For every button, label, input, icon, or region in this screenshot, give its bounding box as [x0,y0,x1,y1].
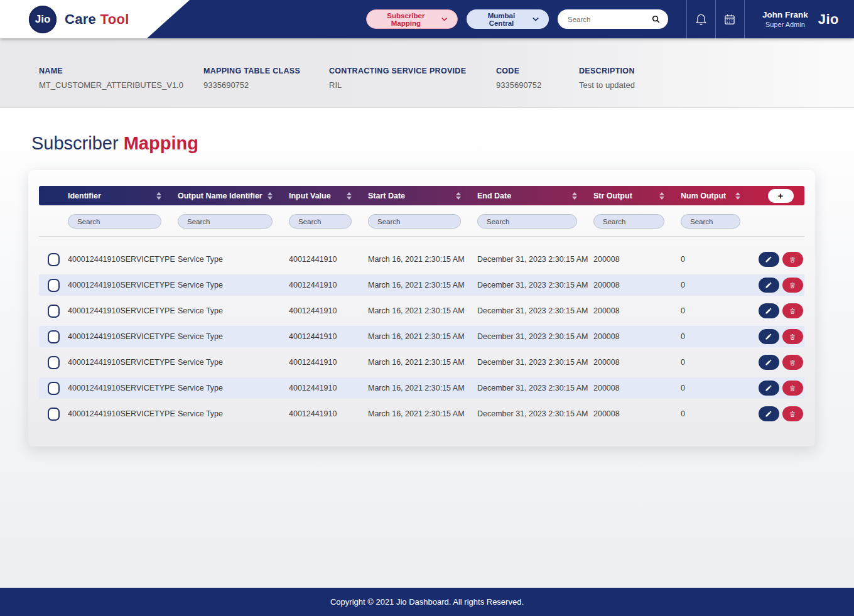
info-item: NAME MT_CUSTOMER_ATTERIBUTES_V1.0 [39,67,203,107]
cell-num-output: 0 [681,281,757,289]
global-search-input[interactable] [568,16,651,23]
row-checkbox[interactable] [48,253,60,266]
delete-button[interactable] [782,406,803,421]
notifications-button[interactable] [686,0,715,38]
table-row: 400012441910SERVICETYPE Service Type 400… [39,403,804,424]
search-icon[interactable] [651,14,661,24]
bell-icon [695,13,707,26]
brand-area: Jio Care Tool [0,0,366,38]
delete-button[interactable] [782,329,803,344]
region-dropdown[interactable]: Mumbai Central [467,9,549,29]
column-header-label: Str Output [593,192,632,200]
calendar-button[interactable] [715,0,744,38]
user-name: John Frank [762,10,808,19]
copyright-text: Copyright © 2021 Jio Dashboard. All righ… [330,597,524,607]
column-header-label: Output Name Identifier [178,192,262,200]
column-header: End Date [477,192,593,200]
info-label: MAPPING TABLE CLASS [203,67,329,75]
column-search-input[interactable] [593,214,664,229]
edit-icon [765,281,772,289]
column-header: Output Name Identifier [178,192,289,200]
mapping-info-bar: NAME MT_CUSTOMER_ATTERIBUTES_V1.0 MAPPIN… [0,38,854,108]
cell-end-date: December 31, 2023 2:30:15 AM [477,332,593,341]
edit-button[interactable] [759,329,779,344]
info-value: MT_CUSTOMER_ATTERIBUTES_V1.0 [39,80,203,90]
column-search-input[interactable] [477,214,577,229]
cell-num-output: 0 [681,358,757,367]
edit-button[interactable] [759,355,779,370]
cell-num-output: 0 [681,255,757,264]
delete-button[interactable] [782,381,803,396]
sort-icon[interactable] [572,192,577,200]
column-search-input[interactable] [368,214,461,229]
cell-str-output: 200008 [593,332,681,341]
edit-button[interactable] [759,278,779,293]
jio-logo: Jio [29,6,57,33]
column-search-input[interactable] [681,214,740,229]
app-title-secondary: Tool [100,11,129,27]
sort-icon[interactable] [268,192,273,200]
module-dropdown[interactable]: Subscriber Mapping [366,9,458,29]
cell-input-value: 40012441910 [289,332,368,341]
delete-button[interactable] [782,355,803,370]
sort-icon[interactable] [347,192,352,200]
user-menu[interactable]: John Frank Super Admin Jio [744,0,854,38]
row-checkbox[interactable] [48,279,60,292]
cell-num-output: 0 [681,306,757,315]
info-label: CONTRACTING SERVICE PROVIDE [329,67,496,75]
cell-input-value: 40012441910 [289,384,368,392]
delete-button[interactable] [782,278,803,293]
info-value: Test to updated [579,80,635,90]
cell-end-date: December 31, 2023 2:30:15 AM [477,358,593,367]
column-search-input[interactable] [178,214,273,229]
cell-identifier: 400012441910SERVICETYPE [68,281,178,289]
trash-icon [789,307,796,315]
column-search-input[interactable] [289,214,352,229]
row-checkbox[interactable] [48,382,60,395]
cell-str-output: 200008 [593,384,681,392]
cell-output-name: Service Type [178,358,289,367]
page-title-primary: Subscriber [31,133,119,153]
column-search-row [39,214,804,237]
sort-icon[interactable] [735,192,740,200]
info-item: CODE 9335690752 [496,67,579,107]
sort-icon[interactable] [456,192,461,200]
edit-button[interactable] [759,381,779,396]
column-header-label: Identifier [68,192,101,200]
cell-input-value: 40012441910 [289,409,368,418]
sort-icon[interactable] [659,192,664,200]
row-checkbox[interactable] [48,330,60,343]
cell-identifier: 400012441910SERVICETYPE [68,306,178,315]
row-checkbox[interactable] [48,305,60,318]
column-header: Start Date [368,192,477,200]
table-row: 400012441910SERVICETYPE Service Type 400… [39,377,804,399]
column-header: Identifier [68,192,178,200]
edit-button[interactable] [759,252,779,267]
row-checkbox[interactable] [48,356,60,369]
edit-button[interactable] [759,406,779,421]
add-row-button[interactable]: + [768,189,794,203]
cell-num-output: 0 [681,409,757,418]
delete-button[interactable] [782,303,803,318]
row-checkbox[interactable] [48,408,60,421]
column-search-input[interactable] [68,214,161,229]
cell-end-date: December 31, 2023 2:30:15 AM [477,255,593,264]
cell-input-value: 40012441910 [289,358,368,367]
trash-icon [789,384,796,392]
cell-output-name: Service Type [178,384,289,392]
delete-button[interactable] [782,252,803,267]
cell-start-date: March 16, 2021 2:30:15 AM [368,384,477,392]
edit-icon [765,410,772,418]
trash-icon [789,410,796,418]
page-footer: Copyright © 2021 Jio Dashboard. All righ… [0,588,854,616]
edit-button[interactable] [759,303,779,318]
app-title-primary: Care [65,11,96,27]
info-item: DESCRIPTION Test to updated [579,67,635,107]
column-header: Str Output [593,192,681,200]
table-row: 400012441910SERVICETYPE Service Type 400… [39,326,804,347]
column-header: Input Value [289,192,368,200]
sort-icon[interactable] [156,192,161,200]
trash-icon [789,333,796,341]
column-header-label: Input Value [289,192,331,200]
edit-icon [765,256,772,263]
